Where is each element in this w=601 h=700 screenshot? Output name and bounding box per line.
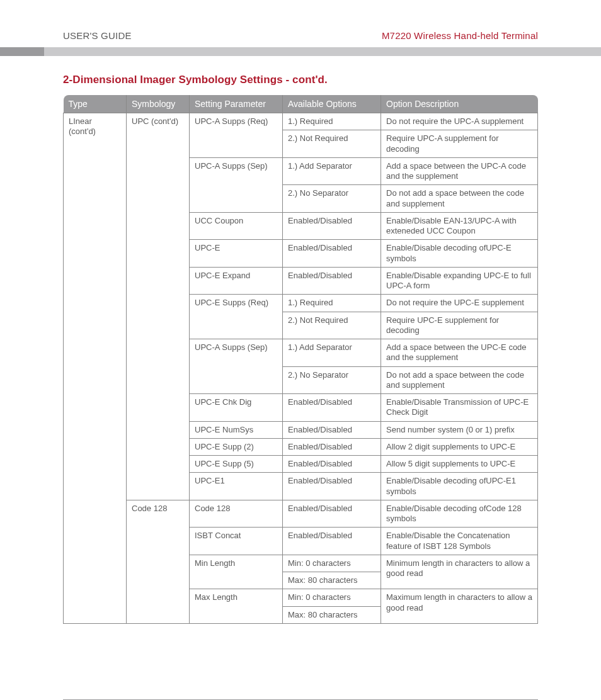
cell-description: Enable/Disable expanding UPC-E to full U… <box>381 267 538 295</box>
cell-symbology: Code 128 <box>127 500 190 623</box>
cell-description: Do not require the UPC-A supplement <box>381 113 538 130</box>
section-title: 2-Dimensional Imager Symbology Settings … <box>63 74 538 86</box>
cell-description: Do not add a space between the code and … <box>381 366 538 394</box>
cell-option: Enabled/Disabled <box>283 473 381 500</box>
cell-parameter: UPC-A Supps (Req) <box>190 113 283 158</box>
cell-parameter: UPC-E Expand <box>190 267 283 295</box>
col-options: Available Options <box>283 95 381 113</box>
header-right: M7220 Wireless Hand-held Terminal <box>382 30 538 41</box>
cell-description: Enable/Disable the Concatenation feature… <box>381 528 538 555</box>
cell-option: 1.) Required <box>283 295 381 312</box>
table-row: LInear (cont'd)UPC (cont'd)UPC-A Supps (… <box>64 113 538 130</box>
table-head: Type Symbology Setting Parameter Availab… <box>64 95 538 113</box>
cell-parameter: UPC-E Supp (5) <box>190 456 283 473</box>
cell-option: Min: 0 characters <box>283 555 381 572</box>
cell-option: Max: 80 characters <box>283 606 381 623</box>
cell-description: Enable/Disable Transmission of UPC-E Che… <box>381 394 538 422</box>
cell-parameter: Max Length <box>190 589 283 624</box>
cell-parameter: UPC-E1 <box>190 473 283 500</box>
cell-description: Enable/Disable decoding ofUPC-E symbols <box>381 240 538 268</box>
cell-parameter: UPC-A Supps (Sep) <box>190 339 283 394</box>
cell-option: Enabled/Disabled <box>283 421 381 438</box>
cell-option: Enabled/Disabled <box>283 528 381 555</box>
cell-description: Require UPC-E supplement for decoding <box>381 312 538 339</box>
cell-description: Enable/Disable decoding ofUPC-E1 symbols <box>381 473 538 500</box>
cell-option: 2.) Not Required <box>283 130 381 158</box>
col-desc: Option Description <box>381 95 538 113</box>
cell-type: LInear (cont'd) <box>64 113 127 624</box>
cell-parameter: UPC-A Supps (Sep) <box>190 157 283 212</box>
cell-option: 1.) Add Separator <box>283 339 381 367</box>
cell-description: Allow 5 digit supplements to UPC-E <box>381 456 538 473</box>
header-bar-accent <box>0 47 44 56</box>
document-page: USER'S GUIDE M7220 Wireless Hand-held Te… <box>0 0 601 700</box>
header-bar <box>0 47 601 56</box>
cell-parameter: UPC-E <box>190 240 283 268</box>
cell-option: Enabled/Disabled <box>283 438 381 455</box>
cell-description: Maximum length in characters to allow a … <box>381 589 538 624</box>
cell-parameter: UPC-E Chk Dig <box>190 394 283 422</box>
cell-description: Minimum length in characters to allow a … <box>381 555 538 589</box>
table-body: LInear (cont'd)UPC (cont'd)UPC-A Supps (… <box>64 113 538 624</box>
col-param: Setting Parameter <box>190 95 283 113</box>
cell-description: Require UPC-A supplement for decoding <box>381 130 538 158</box>
cell-option: Enabled/Disabled <box>283 240 381 268</box>
cell-option: Enabled/Disabled <box>283 394 381 422</box>
header-rule <box>38 47 563 56</box>
cell-description: Allow 2 digit supplements to UPC-E <box>381 438 538 455</box>
cell-option: 1.) Add Separator <box>283 157 381 185</box>
table-row: Code 128Code 128Enabled/DisabledEnable/D… <box>64 500 538 528</box>
cell-description: Add a space between the UPC-E code and t… <box>381 339 538 367</box>
running-header: USER'S GUIDE M7220 Wireless Hand-held Te… <box>63 30 538 41</box>
cell-description: Do not add a space between the code and … <box>381 185 538 213</box>
cell-parameter: Min Length <box>190 555 283 589</box>
cell-parameter: ISBT Concat <box>190 528 283 555</box>
cell-parameter: UCC Coupon <box>190 212 283 240</box>
cell-symbology: UPC (cont'd) <box>127 113 190 500</box>
cell-description: Send number system (0 or 1) prefix <box>381 421 538 438</box>
cell-option: Max: 80 characters <box>283 572 381 589</box>
cell-option: 2.) Not Required <box>283 312 381 339</box>
cell-parameter: UPC-E Supps (Req) <box>190 295 283 339</box>
cell-description: Add a space between the UPC-A code and t… <box>381 157 538 185</box>
cell-option: 2.) No Separator <box>283 185 381 213</box>
header-left: USER'S GUIDE <box>63 30 132 41</box>
col-type: Type <box>64 95 127 113</box>
cell-description: Do not require the UPC-E supplement <box>381 295 538 312</box>
cell-option: 1.) Required <box>283 113 381 130</box>
cell-option: Min: 0 characters <box>283 589 381 606</box>
cell-option: Enabled/Disabled <box>283 500 381 528</box>
cell-parameter: Code 128 <box>190 500 283 528</box>
symbology-table: Type Symbology Setting Parameter Availab… <box>63 95 538 624</box>
cell-option: Enabled/Disabled <box>283 212 381 240</box>
cell-option: Enabled/Disabled <box>283 267 381 295</box>
cell-option: Enabled/Disabled <box>283 456 381 473</box>
cell-description: Enable/Disable decoding ofCode 128 symbo… <box>381 500 538 528</box>
cell-parameter: UPC-E Supp (2) <box>190 438 283 455</box>
cell-option: 2.) No Separator <box>283 366 381 394</box>
cell-description: Enable/Disable EAN-13/UPC-A with extened… <box>381 212 538 240</box>
cell-parameter: UPC-E NumSys <box>190 421 283 438</box>
col-symbology: Symbology <box>127 95 190 113</box>
